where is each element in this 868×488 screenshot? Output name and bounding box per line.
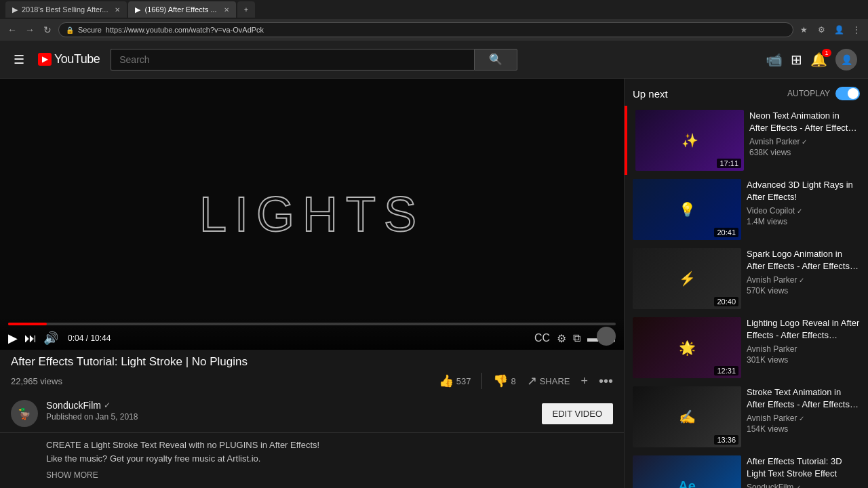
- action-divider: [481, 373, 482, 389]
- user-avatar[interactable]: 👤: [835, 49, 857, 70]
- card-views: 301K views: [747, 355, 860, 365]
- hamburger-menu-icon[interactable]: ☰: [11, 49, 27, 70]
- back-button[interactable]: ←: [5, 23, 19, 37]
- card-title: Advanced 3D Light Rays in After Effects!: [747, 179, 860, 203]
- channel-name[interactable]: SonduckFilm ✓: [46, 400, 534, 411]
- bookmark-icon[interactable]: ★: [797, 24, 810, 36]
- upload-icon[interactable]: 📹: [766, 52, 783, 68]
- thumb-bg: Ae: [633, 455, 741, 488]
- browser-chrome: ▶ 2018's Best Selling After... ✕ ▶ (1669…: [0, 0, 868, 41]
- refresh-button[interactable]: ↻: [41, 23, 54, 37]
- video-info: After Effects Tutorial: Light Stroke | N…: [0, 350, 624, 394]
- extensions-icon[interactable]: ⚙: [815, 24, 827, 36]
- sidebar-video-card[interactable]: ✍ 13:36 Stroke Text Animation in After E…: [625, 382, 868, 451]
- channel-avatar[interactable]: 🦆: [11, 400, 38, 427]
- dislike-count: 8: [511, 376, 515, 386]
- sidebar-video-card[interactable]: 💡 20:41 Advanced 3D Light Rays in After …: [625, 175, 868, 244]
- like-count: 537: [456, 376, 471, 386]
- add-to-button[interactable]: +: [580, 374, 588, 388]
- browser-tab-2[interactable]: ▶ (1669) After Effects ... ✕: [128, 1, 235, 18]
- card-channel: Avnish Parker ✓: [749, 137, 860, 146]
- video-actions: 👍 537 👎 8 ↗ SHARE + •••: [439, 373, 613, 389]
- channel-name-text: SonduckFilm: [46, 400, 101, 411]
- forward-button[interactable]: →: [23, 23, 37, 37]
- card-info: Advanced 3D Light Rays in After Effects!…: [747, 179, 860, 240]
- youtube-logo[interactable]: ▶ YouTube: [38, 52, 100, 66]
- more-actions-button[interactable]: •••: [599, 373, 613, 389]
- address-bar[interactable]: 🔒 Secure https://www.youtube.com/watch?v…: [58, 22, 793, 37]
- tab-close-1[interactable]: ✕: [115, 6, 120, 14]
- youtube-logo-icon: ▶: [38, 53, 52, 66]
- autoplay-label: AUTOPLAY: [787, 89, 830, 98]
- card-title: Lighting Logo Reveal in After Effects - …: [747, 317, 860, 342]
- video-player[interactable]: LIGHTS ▶ ⏭ 🔊 0:04 / 10:44 CC ⚙: [0, 79, 624, 350]
- card-channel: Avnish Parker ✓: [747, 413, 860, 423]
- settings-button[interactable]: ⚙: [557, 332, 566, 345]
- video-meta-row: 22,965 views 👍 537 👎 8 ↗ SHARE: [11, 373, 613, 389]
- card-views: 570K views: [747, 286, 860, 296]
- user-icon[interactable]: 👤: [833, 24, 845, 36]
- video-title: After Effects Tutorial: Light Stroke | N…: [11, 355, 613, 369]
- card-info: Stroke Text Animation in After Effects -…: [747, 386, 860, 447]
- video-overlay-text: LIGHTS: [199, 186, 425, 242]
- share-label: SHARE: [540, 376, 570, 386]
- video-duration: 20:40: [714, 297, 738, 306]
- card-thumbnail: 💡 20:41: [633, 179, 741, 240]
- search-button[interactable]: 🔍: [474, 49, 517, 70]
- card-thumbnail: Ae 9:59: [633, 455, 741, 488]
- progress-bar[interactable]: [8, 323, 616, 325]
- description-line1: CREATE a Light Stroke Text Reveal with n…: [46, 439, 613, 452]
- tab-label: 2018's Best Selling After...: [22, 5, 108, 14]
- apps-icon[interactable]: ⊞: [791, 52, 802, 68]
- video-duration: 17:11: [717, 159, 741, 168]
- browser-tab-3[interactable]: +: [237, 1, 255, 18]
- lock-icon: 🔒: [66, 26, 74, 34]
- current-time: 0:04: [68, 333, 83, 343]
- video-duration: 13:36: [714, 435, 738, 445]
- tab-bar: ▶ 2018's Best Selling After... ✕ ▶ (1669…: [0, 0, 868, 19]
- tab-add: +: [244, 5, 248, 14]
- autoplay-toggle[interactable]: [835, 87, 860, 100]
- sidebar-video-card[interactable]: 🌟 12:31 Lighting Logo Reveal in After Ef…: [625, 313, 868, 382]
- card-channel: Avnish Parker: [747, 344, 860, 354]
- show-more-button[interactable]: SHOW MORE: [0, 468, 624, 485]
- description-line2: Like the music? Get your royalty free mu…: [46, 452, 613, 466]
- menu-icon[interactable]: ⋮: [850, 24, 863, 36]
- up-next-label: Up next: [633, 88, 668, 100]
- publish-date: Published on Jan 5, 2018: [46, 412, 534, 422]
- url-text: https://www.youtube.com/watch?v=va-OvAdP…: [106, 26, 264, 34]
- channel-info: 🦆 SonduckFilm ✓ Published on Jan 5, 2018…: [0, 394, 624, 433]
- card-info: After Effects Tutorial: 3D Light Text St…: [747, 455, 860, 488]
- nav-icons-right: ★ ⚙ 👤 ⋮: [797, 24, 863, 36]
- header-right-icons: 📹 ⊞ 🔔 1 👤: [766, 49, 857, 70]
- edit-video-button[interactable]: EDIT VIDEO: [542, 403, 613, 424]
- tab-close-2[interactable]: ✕: [224, 6, 229, 14]
- controls-row: ▶ ⏭ 🔊 0:04 / 10:44 CC ⚙ ⧉ ▬ ⛶: [8, 331, 616, 346]
- verified-checkmark: ✓: [802, 138, 807, 146]
- youtube-header: ☰ ▶ YouTube 🔍 📹 ⊞ 🔔 1 👤: [0, 41, 868, 79]
- miniplayer-button[interactable]: ⧉: [573, 332, 580, 344]
- subtitles-button[interactable]: CC: [534, 332, 550, 344]
- sidebar: Up next AUTOPLAY ✨ 17:11 Neon Text Anima…: [624, 79, 868, 488]
- play-button[interactable]: ▶: [8, 331, 18, 346]
- share-button[interactable]: ↗ SHARE: [527, 373, 570, 388]
- card-thumbnail: 🌟 12:31: [633, 317, 741, 378]
- view-count: 22,965 views: [11, 376, 62, 386]
- sidebar-video-list: ✨ 17:11 Neon Text Animation in After Eff…: [625, 106, 868, 488]
- sidebar-video-card[interactable]: ⚡ 20:40 Spark Logo Animation in After Ef…: [625, 244, 868, 313]
- video-duration: 12:31: [714, 366, 738, 375]
- sidebar-video-card[interactable]: Ae 9:59 After Effects Tutorial: 3D Light…: [625, 451, 868, 488]
- volume-button[interactable]: 🔊: [43, 331, 58, 346]
- search-input[interactable]: [111, 49, 474, 70]
- card-title: Neon Text Animation in After Effects - A…: [749, 110, 860, 134]
- card-thumbnail: ✍ 13:36: [633, 386, 741, 447]
- skip-button[interactable]: ⏭: [24, 331, 37, 346]
- video-content: LIGHTS: [0, 79, 624, 350]
- like-button[interactable]: 👍 537: [439, 373, 471, 388]
- notification-badge: 1: [822, 49, 831, 57]
- sidebar-video-card[interactable]: ✨ 17:11 Neon Text Animation in After Eff…: [625, 106, 868, 175]
- browser-tab-1[interactable]: ▶ 2018's Best Selling After... ✕: [5, 1, 127, 18]
- dislike-button[interactable]: 👎 8: [493, 373, 515, 388]
- video-section: LIGHTS ▶ ⏭ 🔊 0:04 / 10:44 CC ⚙: [0, 79, 624, 488]
- notifications-icon[interactable]: 🔔 1: [810, 52, 827, 68]
